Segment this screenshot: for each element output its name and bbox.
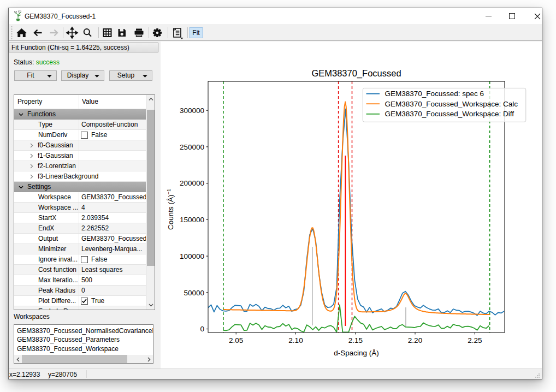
svg-text:GEM38370_Focussed_Workspace: D: GEM38370_Focussed_Workspace: Diff [385, 110, 514, 118]
svg-text:100000: 100000 [180, 252, 204, 260]
svg-text:250000: 250000 [180, 143, 204, 151]
svg-text:GEM38370_Focussed_Workspace: C: GEM38370_Focussed_Workspace: Calc [385, 100, 518, 108]
svg-text:0: 0 [200, 325, 204, 333]
svg-text:2.15: 2.15 [348, 336, 363, 345]
svg-text:Fit: Fit [192, 29, 200, 37]
svg-text:200000: 200000 [180, 179, 204, 187]
svg-text:2.05: 2.05 [229, 336, 243, 345]
svg-text:d-Spacing (Å): d-Spacing (Å) [334, 349, 379, 357]
svg-text:2.20: 2.20 [408, 336, 422, 345]
svg-text:2.10: 2.10 [288, 336, 303, 345]
svg-text:GEM38370_Focussed: spec 6: GEM38370_Focussed: spec 6 [385, 90, 484, 98]
svg-text:300000: 300000 [180, 106, 204, 115]
svg-text:50000: 50000 [184, 289, 204, 297]
svg-text:GEM38370_Focussed: GEM38370_Focussed [311, 68, 401, 79]
svg-text:150000: 150000 [180, 216, 204, 224]
svg-text:Counts (Å)−1: Counts (Å)−1 [165, 189, 175, 230]
svg-text:2.25: 2.25 [468, 336, 482, 345]
